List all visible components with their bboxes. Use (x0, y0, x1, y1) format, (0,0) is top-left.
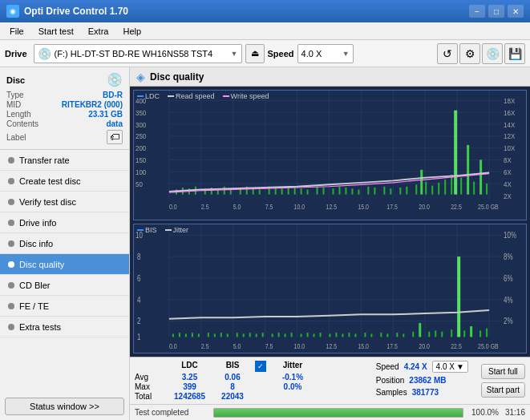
stats-max-bis: 8 (212, 382, 253, 391)
svg-rect-88 (454, 111, 457, 195)
sidebar-item-verify-test-disc[interactable]: Verify test disc (0, 192, 129, 212)
sidebar-dot-verify-test-disc (8, 199, 14, 205)
svg-rect-155 (412, 331, 414, 337)
svg-rect-152 (386, 333, 388, 337)
speed-info-row: Speed 4.24 X 4.0 X ▼ (376, 361, 468, 373)
sidebar-item-cd-bler[interactable]: CD Bler (0, 275, 129, 296)
sidebar-item-drive-info[interactable]: Drive info (0, 212, 129, 233)
disc-panel: Disc 💿 Type BD-R MID RITEKBR2 (000) Leng… (0, 67, 129, 150)
svg-text:2%: 2% (504, 316, 513, 325)
svg-text:10.0: 10.0 (294, 342, 305, 350)
legend-dot-ldc (137, 95, 144, 97)
svg-text:6X: 6X (504, 168, 512, 176)
svg-rect-138 (285, 333, 286, 337)
svg-rect-143 (320, 333, 322, 337)
chart1-svg: 400 350 300 250 200 150 100 50 18X 16X 1… (134, 91, 526, 220)
stats-max-jitter: 0.0% (269, 382, 317, 391)
disc-button[interactable]: 💿 (482, 43, 503, 64)
disc-label-button[interactable]: 🏷 (107, 130, 123, 144)
panel-header-title: Disc quality (150, 71, 204, 83)
progress-track (213, 408, 463, 418)
svg-rect-81 (415, 184, 417, 194)
chart-ldc: LDC Read speed Write speed (133, 90, 527, 220)
position-value: 23862 MB (409, 376, 446, 385)
refresh-button[interactable]: ↺ (437, 43, 458, 64)
progress-fill (214, 409, 463, 417)
svg-text:14X: 14X (504, 120, 515, 129)
minimize-button[interactable]: − (469, 5, 485, 18)
disc-label-row: Label 🏷 (6, 130, 123, 144)
menu-help[interactable]: Help (116, 25, 148, 38)
menu-extra[interactable]: Extra (82, 25, 115, 38)
svg-text:16X: 16X (504, 108, 515, 117)
settings-button[interactable]: ⚙ (459, 43, 480, 64)
start-part-button[interactable]: Start part (481, 382, 525, 398)
drive-selector[interactable]: 💿 (F:) HL-DT-ST BD-RE WH16NS58 TST4 ▼ (34, 44, 242, 63)
disc-length-value: 23.31 GB (88, 110, 123, 119)
svg-rect-127 (208, 333, 209, 337)
title-bar: ◉ Opti Drive Control 1.70 − □ ✕ (0, 0, 530, 22)
svg-rect-71 (338, 187, 340, 195)
speed-target-selector[interactable]: 4.0 X ▼ (432, 361, 468, 373)
app-icon: ◉ (6, 5, 19, 18)
svg-rect-89 (460, 178, 462, 195)
sidebar-item-create-test-disc[interactable]: Create test disc (0, 171, 129, 192)
svg-rect-91 (473, 182, 475, 195)
svg-text:12X: 12X (504, 132, 515, 141)
sidebar-item-fe-te[interactable]: FE / TE (0, 296, 129, 317)
sidebar-item-transfer-rate[interactable]: Transfer rate (0, 150, 129, 171)
svg-text:20.0: 20.0 (419, 203, 430, 211)
disc-contents-value: data (106, 119, 123, 128)
svg-text:10%: 10% (504, 230, 516, 240)
sidebar-item-disc-info[interactable]: Disc info (0, 233, 129, 254)
speed-target-arrow: ▼ (456, 362, 464, 371)
svg-rect-77 (383, 187, 385, 195)
disc-title: Disc (6, 75, 25, 85)
sidebar-item-disc-quality[interactable]: Disc quality (0, 254, 129, 275)
svg-rect-163 (470, 326, 472, 337)
sidebar-label-extra-tests: Extra tests (19, 322, 61, 332)
stats-col-empty (135, 361, 167, 372)
save-button[interactable]: 💾 (504, 43, 525, 64)
legend-bis-label: BIS (145, 226, 157, 234)
close-button[interactable]: ✕ (508, 5, 524, 18)
svg-text:17.5: 17.5 (386, 342, 398, 350)
sidebar-dot-transfer-rate (8, 157, 14, 164)
jitter-checkbox[interactable]: ✓ (255, 361, 266, 372)
disc-label-label: Label (6, 133, 26, 142)
svg-rect-161 (457, 256, 460, 337)
eject-button[interactable]: ⏏ (245, 44, 265, 63)
menu-file[interactable]: File (3, 25, 30, 38)
status-window-button[interactable]: Status window >> (5, 398, 124, 415)
svg-rect-83 (425, 182, 427, 195)
stats-avg-bis: 0.06 (212, 373, 253, 382)
legend-dot-read (168, 95, 174, 97)
svg-rect-162 (463, 330, 465, 337)
svg-rect-154 (403, 333, 404, 337)
svg-text:4X: 4X (504, 180, 512, 188)
svg-rect-159 (441, 331, 443, 337)
svg-rect-125 (192, 333, 193, 337)
svg-rect-84 (431, 186, 433, 195)
speed-selector[interactable]: 4.0 X ▼ (297, 44, 354, 63)
drive-text: (F:) HL-DT-ST BD-RE WH16NS58 TST4 (55, 49, 228, 59)
svg-rect-93 (486, 184, 488, 195)
stats-area: LDC BIS ✓ Jitter Avg 3.25 0.06 -0.1% Max… (130, 357, 530, 404)
toolbar-icons: ↺ ⚙ 💿 💾 (437, 43, 525, 64)
menu-start-test[interactable]: Start test (32, 25, 80, 38)
sidebar-item-extra-tests[interactable]: Extra tests (0, 317, 129, 337)
svg-text:6: 6 (137, 273, 140, 282)
drive-dropdown-arrow: ▼ (231, 50, 238, 58)
legend-jitter: Jitter (165, 226, 189, 234)
disc-mid-row: MID RITEKBR2 (000) (6, 100, 123, 109)
chart2-legend: BIS Jitter (137, 226, 188, 234)
svg-text:7.5: 7.5 (265, 203, 273, 211)
start-full-button[interactable]: Start full (481, 364, 525, 379)
stats-avg-ldc: 3.25 (168, 373, 212, 382)
maximize-button[interactable]: □ (488, 5, 504, 18)
disc-icon: 💿 (107, 72, 123, 87)
sidebar-dot-fe-te (8, 303, 14, 309)
svg-text:250: 250 (136, 132, 146, 141)
stats-col-bis: BIS (212, 361, 253, 372)
sidebar-menu: Transfer rate Create test disc Verify te… (0, 150, 129, 393)
